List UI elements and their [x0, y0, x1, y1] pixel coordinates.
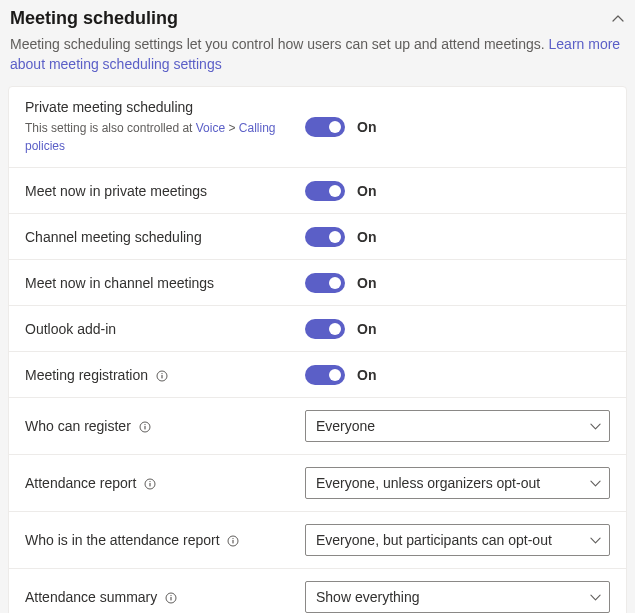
toggle-outlook-addin[interactable] — [305, 319, 345, 339]
row-meet-now-private: Meet now in private meetings On — [9, 168, 626, 214]
settings-card: Private meeting scheduling This setting … — [8, 86, 627, 613]
description-text: Meeting scheduling settings let you cont… — [10, 36, 549, 52]
svg-rect-5 — [144, 426, 145, 429]
info-icon[interactable] — [227, 535, 239, 547]
row-attendance-report: Attendance report Everyone, unless organ… — [9, 455, 626, 512]
dropdown-attendance-report[interactable]: Everyone, unless organizers opt-out — [305, 467, 610, 499]
voice-link[interactable]: Voice — [196, 121, 225, 135]
section-header[interactable]: Meeting scheduling — [8, 8, 627, 33]
chevron-up-icon — [611, 12, 625, 26]
setting-label: Who is in the attendance report — [25, 532, 220, 548]
toggle-meet-now-private[interactable] — [305, 181, 345, 201]
dropdown-who-in-attendance-report[interactable]: Everyone, but participants can opt-out — [305, 524, 610, 556]
toggle-meeting-registration[interactable] — [305, 365, 345, 385]
dropdown-value: Everyone, but participants can opt-out — [316, 532, 552, 548]
chevron-down-icon — [590, 478, 601, 489]
svg-rect-8 — [150, 483, 151, 486]
setting-label: Attendance summary — [25, 589, 157, 605]
svg-point-4 — [144, 424, 145, 425]
setting-label: Channel meeting scheduling — [25, 229, 202, 245]
setting-label: Meeting registration — [25, 367, 148, 383]
dropdown-attendance-summary[interactable]: Show everything — [305, 581, 610, 613]
dropdown-value: Everyone — [316, 418, 375, 434]
setting-sublabel: This setting is also controlled at Voice… — [25, 119, 293, 155]
setting-label: Attendance report — [25, 475, 136, 491]
chevron-down-icon — [590, 535, 601, 546]
row-who-in-attendance-report: Who is in the attendance report Everyone… — [9, 512, 626, 569]
setting-label: Private meeting scheduling — [25, 99, 193, 115]
setting-label: Meet now in private meetings — [25, 183, 207, 199]
meeting-scheduling-panel: Meeting scheduling Meeting scheduling se… — [0, 0, 635, 613]
svg-rect-2 — [161, 375, 162, 378]
toggle-state: On — [357, 321, 376, 337]
svg-point-13 — [170, 595, 171, 596]
svg-point-1 — [161, 373, 162, 374]
row-outlook-addin: Outlook add-in On — [9, 306, 626, 352]
dropdown-value: Everyone, unless organizers opt-out — [316, 475, 540, 491]
section-description: Meeting scheduling settings let you cont… — [8, 33, 627, 86]
info-icon[interactable] — [144, 478, 156, 490]
row-private-meeting-scheduling: Private meeting scheduling This setting … — [9, 87, 626, 168]
toggle-state: On — [357, 367, 376, 383]
info-icon[interactable] — [165, 592, 177, 604]
svg-rect-14 — [171, 597, 172, 600]
svg-rect-11 — [233, 540, 234, 543]
row-meet-now-channel: Meet now in channel meetings On — [9, 260, 626, 306]
toggle-channel-meeting-scheduling[interactable] — [305, 227, 345, 247]
section-title: Meeting scheduling — [10, 8, 178, 29]
toggle-state: On — [357, 229, 376, 245]
row-who-can-register: Who can register Everyone — [9, 398, 626, 455]
svg-point-7 — [149, 481, 150, 482]
dropdown-value: Show everything — [316, 589, 420, 605]
setting-label: Outlook add-in — [25, 321, 116, 337]
toggle-state: On — [357, 183, 376, 199]
setting-label: Meet now in channel meetings — [25, 275, 214, 291]
toggle-meet-now-channel[interactable] — [305, 273, 345, 293]
svg-point-10 — [233, 538, 234, 539]
toggle-state: On — [357, 275, 376, 291]
row-meeting-registration: Meeting registration On — [9, 352, 626, 398]
dropdown-who-can-register[interactable]: Everyone — [305, 410, 610, 442]
toggle-state: On — [357, 119, 376, 135]
info-icon[interactable] — [139, 421, 151, 433]
toggle-private-meeting-scheduling[interactable] — [305, 117, 345, 137]
setting-label: Who can register — [25, 418, 131, 434]
chevron-down-icon — [590, 421, 601, 432]
info-icon[interactable] — [156, 370, 168, 382]
row-channel-meeting-scheduling: Channel meeting scheduling On — [9, 214, 626, 260]
chevron-down-icon — [590, 592, 601, 603]
row-attendance-summary: Attendance summary Show everything — [9, 569, 626, 613]
